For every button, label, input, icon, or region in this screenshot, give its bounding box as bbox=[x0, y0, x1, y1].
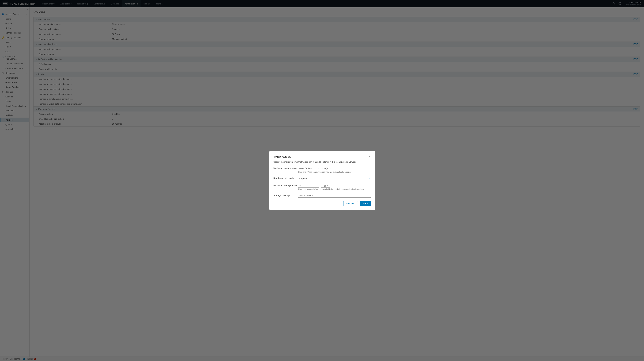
chevron-down-icon: ⌄ bbox=[369, 178, 370, 179]
storage-cleanup-label: Storage cleanup bbox=[274, 194, 298, 197]
max-storage-unit-select[interactable]: Day(s)⌄ bbox=[321, 184, 330, 188]
close-icon[interactable]: ✕ bbox=[368, 155, 370, 158]
modal-description: Specify the maximum time that vApps can … bbox=[274, 161, 370, 163]
chevron-down-icon: ⌄ bbox=[329, 185, 330, 186]
chevron-down-icon: ⌄ bbox=[318, 185, 319, 186]
chevron-down-icon: ⌄ bbox=[318, 168, 319, 169]
modal-overlay: vApp leases ✕ Specify the maximum time t… bbox=[0, 0, 644, 361]
vapp-leases-modal: vApp leases ✕ Specify the maximum time t… bbox=[270, 151, 375, 210]
runtime-action-label: Runtime expiry action bbox=[274, 177, 298, 180]
max-storage-label: Maximum storage lease bbox=[274, 184, 298, 186]
max-runtime-select[interactable]: Never Expires⌄ bbox=[298, 166, 319, 170]
save-button[interactable]: SAVE bbox=[360, 201, 370, 206]
chevron-down-icon: ⌄ bbox=[330, 168, 331, 169]
max-storage-hint: How long stopped vApps are available bef… bbox=[298, 188, 370, 190]
storage-cleanup-select[interactable]: Mark as expired⌄ bbox=[298, 194, 370, 198]
discard-button[interactable]: DISCARD bbox=[343, 201, 358, 206]
max-runtime-hint: How long vApps can run before they are a… bbox=[298, 171, 370, 173]
max-runtime-unit-select[interactable]: Hour(s)⌄ bbox=[321, 166, 330, 170]
modal-title: vApp leases bbox=[274, 155, 291, 158]
max-storage-select[interactable]: 30⌄ bbox=[298, 184, 319, 188]
chevron-down-icon: ⌄ bbox=[369, 195, 370, 196]
runtime-action-select[interactable]: Suspend⌄ bbox=[298, 177, 370, 180]
max-runtime-label: Maximum runtime lease bbox=[274, 166, 298, 169]
